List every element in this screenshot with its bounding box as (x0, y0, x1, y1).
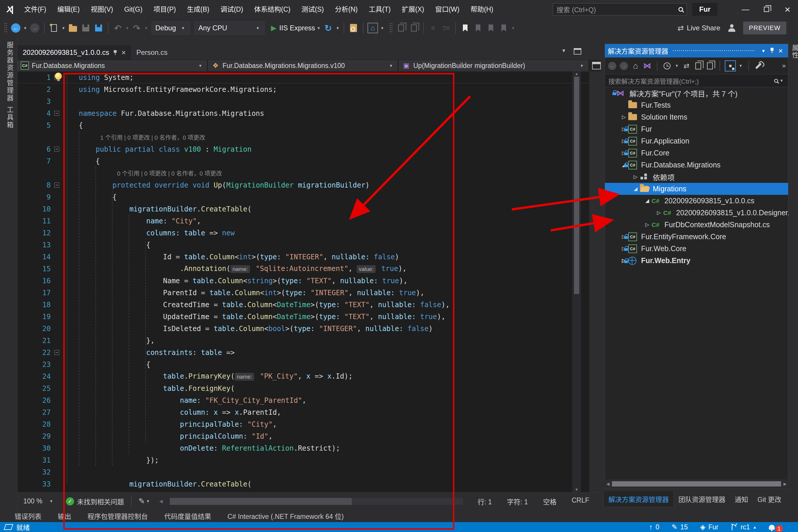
code-line[interactable]: 13{ (18, 239, 589, 251)
configuration-dropdown[interactable]: Debug▼ (152, 22, 190, 34)
restore-button[interactable] (756, 0, 777, 19)
fold-collapse-icon[interactable]: − (54, 147, 59, 152)
branch-selector[interactable]: rc1 ▲ (726, 523, 761, 531)
close-button[interactable]: × (777, 0, 798, 19)
codelens-indicator[interactable]: 1 个引用 | 0 项更改 | 0 名作者，0 项更改 (18, 131, 589, 143)
code-line[interactable]: 18CreatedTime = table.Column<DateTime>(t… (18, 299, 589, 311)
menu-item[interactable]: 窗口(W) (430, 0, 465, 19)
bookmark-button[interactable] (459, 22, 471, 34)
code-line[interactable]: 3 (18, 95, 589, 107)
line-ending-indicator[interactable]: CRLF (564, 496, 597, 506)
pending-edits-count[interactable]: ✎ 15 (668, 523, 692, 531)
toolbar-grip[interactable] (4, 22, 7, 34)
tree-item[interactable]: ⋈解决方案"Fur"(7 个项目，共 7 个) (605, 87, 788, 99)
start-caret[interactable]: ▼ (317, 26, 321, 30)
properties-wrench-button[interactable] (754, 60, 764, 72)
code-line[interactable]: 8−protected override void Up(MigrationBu… (18, 179, 589, 191)
code-line[interactable]: 33migrationBuilder.CreateTable( (18, 478, 589, 490)
side-tab-server-explorer[interactable]: 服务器资源管理器 (5, 41, 15, 102)
git-push-count[interactable]: ↑ 0 (645, 522, 664, 532)
code-line[interactable]: 17ParentId = table.Column<int>(type: "IN… (18, 287, 589, 299)
code-line[interactable]: 16Name = table.Column<string>(type: "TEX… (18, 275, 589, 287)
se-hscroll-right-icon[interactable]: ▶ (783, 481, 786, 486)
tool-window-tab[interactable]: 团队资源管理器 (674, 491, 730, 507)
code-line[interactable]: 25table.ForeignKey( (18, 382, 589, 394)
tree-item[interactable]: ▷C#Fur.Web.Core (605, 243, 788, 254)
navigate-back-button[interactable]: ← (10, 22, 22, 34)
menu-item[interactable]: 体系结构(C) (249, 0, 296, 19)
se-hscroll-left-icon[interactable]: ◀ (606, 481, 610, 486)
sync-with-active-document-button[interactable] (725, 60, 736, 72)
se-home-button[interactable]: ⌂ (631, 60, 641, 72)
code-editor[interactable]: 1−using System;2using Microsoft.EntityFr… (18, 71, 589, 492)
pin-icon[interactable] (113, 50, 117, 55)
code-line[interactable]: 26name: "FK_City_City_ParentId", (18, 394, 589, 406)
code-line[interactable]: 6−public partial class v100 : Migration (18, 143, 589, 155)
browse-caret[interactable]: ▼ (380, 26, 384, 30)
chevron-collapsed-icon[interactable]: ▷ (631, 174, 640, 180)
bottom-panel-tab[interactable]: 代码度量值结果 (164, 511, 211, 521)
code-line[interactable]: 24table.PrimaryKey(name: "PK_City", x =>… (18, 370, 589, 382)
fold-collapse-icon[interactable]: − (54, 350, 59, 355)
code-line[interactable]: 4−namespace Fur.Database.Migrations.Migr… (18, 107, 589, 119)
menu-item[interactable]: 测试(S) (296, 0, 329, 19)
close-icon[interactable]: × (121, 48, 126, 57)
undo-caret[interactable]: ▼ (126, 26, 129, 30)
live-share-button[interactable]: ⇄ Live Share (678, 24, 720, 33)
redo-caret[interactable]: ▼ (145, 26, 148, 30)
open-file-button[interactable] (67, 22, 79, 34)
menu-item[interactable]: Git(G) (119, 0, 148, 19)
bottom-panel-tab[interactable]: 输出 (58, 511, 71, 521)
repository-selector[interactable]: ◈ Fur (696, 523, 722, 531)
code-line[interactable]: 1−using System; (18, 72, 589, 83)
menu-item[interactable]: 生成(B) (182, 0, 215, 19)
select-element-button[interactable] (395, 22, 407, 34)
quick-actions-lightbulb-icon[interactable] (55, 73, 62, 80)
tab-properties[interactable]: 属性 (790, 44, 798, 59)
tree-item[interactable]: ▷C#Fur.EntityFramework.Core (605, 231, 788, 243)
tree-item[interactable]: ▷C#Fur.Core (605, 147, 788, 159)
bookmark-caret[interactable]: ▼ (511, 26, 515, 30)
tree-item[interactable]: ◢C#20200926093815_v1.0.0.cs (605, 195, 788, 207)
zoom-dropdown[interactable]: 100 % ▼ (19, 495, 59, 508)
split-editor-icon[interactable] (592, 62, 601, 70)
start-debug-button[interactable]: ▶ IIS Express (271, 22, 315, 34)
navigation-dropdown[interactable]: ▣Up(MigrationBuilder migrationBuilder)▼ (399, 60, 588, 71)
collapse-all-button[interactable] (693, 60, 703, 72)
chevron-expanded-icon[interactable]: ◢ (631, 186, 640, 192)
next-bookmark-button[interactable] (485, 22, 497, 34)
background-tasks-icon[interactable] (4, 524, 13, 530)
switch-views-button[interactable]: ⋈ (642, 60, 652, 72)
save-button[interactable] (80, 22, 92, 34)
clear-bookmarks-button[interactable] (498, 22, 510, 34)
menu-item[interactable]: 工具(T) (363, 0, 396, 19)
toolbar-overflow-icon[interactable]: » (782, 62, 786, 70)
se-hscrollbar-thumb[interactable] (612, 481, 781, 487)
code-line[interactable]: 14Id = table.Column<int>(type: "INTEGER"… (18, 251, 589, 263)
code-line[interactable]: 31}); (18, 454, 589, 466)
preview-feedback-button[interactable]: PREVIEW (743, 22, 786, 34)
code-line[interactable]: 2using Microsoft.EntityFrameworkCore.Mig… (18, 83, 589, 95)
chevron-expanded-icon[interactable]: ◢ (643, 198, 651, 204)
scroll-down-icon[interactable]: ▼ (575, 487, 579, 492)
tree-item[interactable]: ▷C#FurDbContextModelSnapshot.cs (605, 219, 788, 231)
code-line[interactable]: 12columns: table => new (18, 227, 589, 239)
menu-item[interactable]: 分析(N) (329, 0, 363, 19)
se-forward-button[interactable]: → (619, 60, 629, 72)
menu-item[interactable]: 帮助(H) (465, 0, 499, 19)
chevron-collapsed-icon[interactable]: ▷ (643, 222, 651, 228)
code-line[interactable]: 9{ (18, 191, 589, 203)
codelens-indicator[interactable]: 0 个引用 | 0 项更改 | 0 名作者，0 项更改 (18, 167, 589, 179)
bottom-panel-tab[interactable]: 程序包管理器控制台 (88, 511, 148, 521)
tree-item[interactable]: ▷Solution Items (605, 111, 788, 123)
editor-horizontal-scrollbar[interactable] (170, 498, 463, 505)
navigate-forward-button[interactable]: → (29, 22, 40, 34)
fold-collapse-icon[interactable]: − (54, 183, 59, 188)
code-line[interactable]: 11name: "City", (18, 215, 589, 227)
navigation-dropdown[interactable]: ❖Fur.Database.Migrations.Migrations.v100… (208, 60, 397, 71)
fold-collapse-icon[interactable]: − (54, 111, 59, 116)
code-line[interactable]: 23{ (18, 359, 589, 370)
menu-item[interactable]: 文件(F) (19, 0, 52, 19)
refresh-caret[interactable]: ▼ (336, 26, 340, 30)
back-dropdown-caret[interactable]: ▼ (23, 26, 27, 30)
